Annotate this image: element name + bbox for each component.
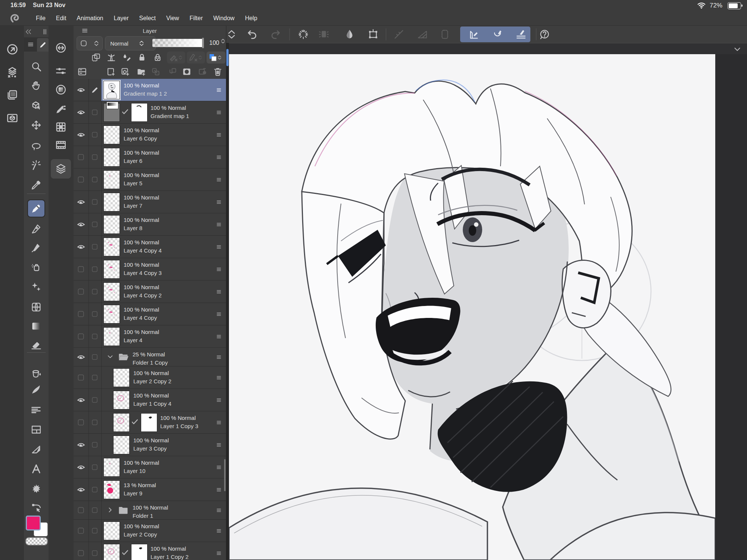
snap-special-icon[interactable] [439,29,450,40]
opacity-value[interactable]: 100 [206,36,219,50]
layer-row-main[interactable]: 100 % NormalLayer 2 Copy [101,520,226,542]
layer-thumbnail[interactable] [113,391,130,409]
tool-eyedropper-icon[interactable] [31,179,42,191]
enable-mask-spinner-icon[interactable] [178,55,183,60]
edit-target-toggle[interactable] [89,389,102,411]
visibility-toggle[interactable] [74,479,89,501]
edit-target-toggle[interactable] [89,191,102,213]
mask-enabled-check-icon[interactable] [121,549,129,556]
mask-thumbnail[interactable] [131,103,148,122]
layer-name[interactable]: Folder 1 [133,512,168,520]
visibility-toggle[interactable] [74,213,89,235]
menu-select[interactable]: Select [134,15,161,21]
layer-row-layer-4[interactable]: 100 % NormalLayer 4 [74,325,226,348]
layer-name[interactable]: Layer 2 Copy 2 [133,377,171,386]
layer-row-layer-4-copy-4[interactable]: 100 % NormalLayer 4 Copy 4 [74,236,226,258]
layer-thumbnail[interactable] [103,193,120,211]
enable-mask-icon[interactable] [169,53,179,62]
layer-thumbnail[interactable] [103,480,120,499]
layer-row-handle[interactable] [216,333,222,341]
tool-liquify-icon[interactable] [31,301,42,313]
mask-enabled-check-icon[interactable] [131,418,139,426]
layer-row-main[interactable]: 100 % NormalLayer 3 Copy [101,434,226,456]
layer-row-handle[interactable] [216,419,222,427]
collapse-toolbar-icon[interactable] [733,45,742,54]
layer-row-handle[interactable] [216,354,222,362]
new-folder-icon[interactable] [136,67,146,77]
tool-frame-border-icon[interactable] [31,424,42,435]
app-logo-icon[interactable] [9,13,20,24]
tool-gradient-icon[interactable] [31,321,42,332]
visibility-toggle[interactable] [74,124,89,146]
menu-layer[interactable]: Layer [109,15,134,21]
visibility-toggle[interactable] [74,389,89,411]
layer-row-gradient-map-1-2[interactable]: 100 % NormalGradient map 1 2 [74,79,226,101]
layer-thumbnail[interactable] [103,327,120,346]
layer-row-layer-10[interactable]: 100 % NormalLayer 10 [74,456,226,479]
modifier-icon[interactable] [55,103,67,115]
tool-marker-icon[interactable] [31,203,42,214]
tool-vector-edit-icon[interactable] [31,502,42,514]
draft-layer-icon[interactable] [122,53,132,62]
layer-row-main[interactable]: 100 % NormalLayer 8 [101,213,226,235]
folder-collapse-icon[interactable] [106,353,114,361]
layer-name[interactable]: Layer 8 [124,224,159,232]
tool-property-icon[interactable] [55,65,67,77]
layer-name[interactable]: Layer 4 Copy 2 [124,291,162,300]
layer-thumbnail[interactable] [103,81,120,99]
layer-name[interactable]: Layer 1 Copy 3 [160,422,198,430]
visibility-toggle[interactable] [74,325,89,347]
layer-row-main[interactable]: 100 % NormalGradient map 1 2 [101,79,226,101]
layer-row-handle[interactable] [216,87,222,95]
edit-target-toggle[interactable] [89,325,102,347]
tool-menu-icon[interactable] [27,41,34,48]
layer-row-handle[interactable] [216,288,222,297]
layer-color-spinner-icon[interactable] [217,55,222,60]
tool-auto-select-icon[interactable] [31,160,42,171]
collapse-tools-icon[interactable] [25,28,32,35]
layer-name[interactable]: Layer 4 Copy 4 [124,247,162,255]
layer-row-layer-1-copy-4[interactable]: 100 % NormalLayer 1 Copy 4 [74,389,226,411]
tool-hand-icon[interactable] [31,80,42,91]
layer-color-icon[interactable] [208,53,218,62]
lock-layer-icon[interactable] [137,53,147,62]
tool-fill-bucket-icon[interactable] [31,368,42,379]
layer-row-main[interactable]: 100 % NormalLayer 1 Copy 3 [101,411,226,433]
layer-thumbnail[interactable] [103,305,120,324]
layer-row-main[interactable]: 100 % NormalLayer 6 Copy [101,124,226,146]
visibility-toggle[interactable] [74,456,89,478]
layer-row-main[interactable]: 100 % NormalGradient map 1 [101,101,226,123]
menu-edit[interactable]: Edit [51,15,72,21]
layer-row-handle[interactable] [216,311,222,319]
new-raster-layer-icon[interactable] [106,67,116,77]
edit-target-toggle[interactable] [89,520,102,542]
layer-list-scrollbar[interactable] [224,459,226,491]
tool-zoom-icon[interactable] [31,61,42,72]
layer-row-main[interactable]: 100 % NormalLayer 10 [101,456,226,478]
edit-target-toggle[interactable] [89,281,102,303]
menu-animation[interactable]: Animation [71,15,108,21]
layer-row-handle[interactable] [216,397,222,405]
layer-row-main[interactable]: 100 % NormalLayer 4 Copy [101,303,226,325]
layer-row-handle[interactable] [216,550,222,558]
ruler-snap-1-icon[interactable] [468,29,480,40]
mask-thumbnail[interactable] [131,544,148,560]
layer-thumbnail[interactable] [103,522,120,540]
layer-name[interactable]: Layer 9 [124,489,156,498]
layer-row-main[interactable]: 100 % NormalLayer 6 [101,146,226,168]
folder-expand-icon[interactable] [106,506,114,514]
layer-row-layer-4-copy-3[interactable]: 100 % NormalLayer 4 Copy 3 [74,258,226,281]
layer-row-handle[interactable] [216,109,222,117]
undo-icon[interactable] [247,29,258,40]
layer-name[interactable]: Layer 10 [124,467,159,475]
layer-name[interactable]: Layer 4 Copy 3 [124,269,162,277]
visibility-toggle[interactable] [74,434,89,456]
layer-row-gradient-map-1[interactable]: 100 % NormalGradient map 1 [74,101,226,124]
visibility-toggle[interactable] [74,501,89,519]
visibility-toggle[interactable] [74,542,89,560]
layer-thumbnail[interactable] [103,170,120,189]
layer-thumbnail[interactable] [103,282,120,301]
visibility-toggle[interactable] [74,303,89,325]
canvas-scrollbar-thumb[interactable] [226,49,229,66]
tool-object-icon[interactable] [31,100,42,111]
